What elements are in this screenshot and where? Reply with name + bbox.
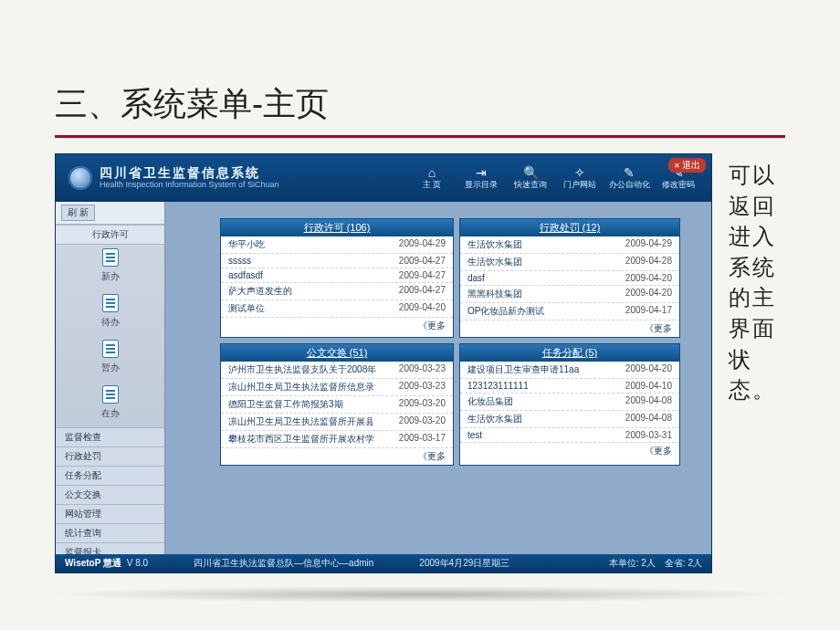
list-item[interactable]: dasf2009-04-20 bbox=[460, 271, 679, 286]
app-body: 刷 新 行政许可 新办 待办 暂办 在办 监督检查 行政处罚 任务分配 公文交换… bbox=[56, 202, 711, 554]
more-link[interactable]: 《更多 bbox=[460, 320, 679, 337]
title-underline bbox=[55, 135, 785, 138]
app-footer: WisetoP 慧通 V 8.0 四川省卫生执法监督总队—信息中心—admin … bbox=[56, 554, 711, 572]
search-icon: 🔍 bbox=[507, 166, 554, 179]
list-icon: ⇥ bbox=[457, 166, 505, 179]
tool-label: 快速查询 bbox=[514, 180, 547, 189]
panel-assign: 任务分配 (5) 建设项目卫生审查申请11aa2009-04-20 123123… bbox=[459, 343, 680, 466]
app-title-zh: 四川省卫生监督信息系统 bbox=[100, 166, 279, 180]
list-item[interactable]: 凉山州卫生局卫生执法监督所开展县2009-03-20 bbox=[221, 414, 453, 431]
sidebar-items: 新办 待办 暂办 在办 bbox=[56, 245, 164, 427]
list-item[interactable]: 德阳卫生监督工作简报第3期2009-03-20 bbox=[221, 396, 453, 414]
sidebar-item-label: 暂办 bbox=[56, 362, 164, 374]
app-logo-icon bbox=[68, 166, 92, 190]
slide-frame-shadow bbox=[46, 586, 794, 603]
sidebar-item-pending[interactable]: 待办 bbox=[56, 290, 164, 336]
sidebar-item-label: 待办 bbox=[56, 316, 164, 329]
tool-portal[interactable]: ✧门户网站 bbox=[556, 166, 604, 191]
panel-exchange: 公文交换 (51) 泸州市卫生执法监督支队关于2008年2009-03-23 凉… bbox=[220, 343, 454, 466]
document-icon bbox=[102, 248, 119, 267]
tool-oa[interactable]: ✎办公自动化 bbox=[605, 166, 653, 191]
tool-home[interactable]: ⌂主 页 bbox=[408, 166, 456, 191]
list-item[interactable]: 1231231111112009-04-10 bbox=[460, 379, 679, 394]
sidebar: 刷 新 行政许可 新办 待办 暂办 在办 监督检查 行政处罚 任务分配 公文交换… bbox=[56, 202, 165, 554]
sidebar-category-header[interactable]: 行政许可 bbox=[56, 225, 164, 245]
footer-counts: 本单位: 2人 全省: 2人 bbox=[609, 557, 702, 570]
slide-annotation: 可以 返回 进入 系统 的主 界面 状态。 bbox=[729, 160, 783, 405]
list-item[interactable]: 华平小吃2009-04-29 bbox=[221, 236, 453, 254]
footer-brand: WisetoP 慧通 V 8.0 bbox=[65, 557, 148, 570]
portal-icon: ✧ bbox=[556, 166, 604, 179]
list-item[interactable]: 生活饮水集团2009-04-29 bbox=[460, 236, 679, 254]
app-title-en: Health Inspection Information System of … bbox=[100, 181, 279, 190]
app-screenshot: 退出 四川省卫生监督信息系统 Health Inspection Informa… bbox=[55, 153, 712, 573]
tool-label: 主 页 bbox=[423, 180, 442, 189]
sidebar-menu-docs[interactable]: 公文交换 bbox=[56, 485, 164, 504]
document-icon bbox=[102, 294, 119, 312]
list-item[interactable]: 生活饮水集团2009-04-08 bbox=[460, 411, 679, 428]
list-item[interactable]: 泸州市卫生执法监督支队关于2008年2009-03-23 bbox=[221, 362, 453, 379]
panel-title[interactable]: 行政处罚 (12) bbox=[460, 219, 679, 236]
sidebar-item-inprogress[interactable]: 在办 bbox=[56, 382, 164, 427]
more-link[interactable]: 《更多 bbox=[221, 318, 453, 334]
dashboard-grid: 行政许可 (106) 华平小吃2009-04-29 sssss2009-04-2… bbox=[220, 218, 680, 466]
more-link[interactable]: 《更多 bbox=[460, 443, 679, 459]
sidebar-item-label: 新办 bbox=[56, 270, 164, 283]
toolbar: ⌂主 页 ⇥显示目录 🔍快速查询 ✧门户网站 ✎办公自动化 ✎修改密码 bbox=[408, 166, 711, 191]
list-item[interactable]: 化妆品集团2009-04-08 bbox=[460, 394, 679, 411]
sidebar-bottom-menu: 监督检查 行政处罚 任务分配 公文交换 网站管理 统计查询 监督报卡 常用工具 bbox=[56, 427, 164, 554]
footer-org: 四川省卫生执法监督总队—信息中心—admin bbox=[194, 557, 373, 570]
footer-datetime: 2009年4月29日星期三 bbox=[419, 557, 509, 570]
tool-show-dir[interactable]: ⇥显示目录 bbox=[457, 166, 505, 191]
sidebar-item-new[interactable]: 新办 bbox=[56, 245, 164, 290]
sidebar-menu-site[interactable]: 网站管理 bbox=[56, 504, 164, 523]
list-item[interactable]: OP化妆品新办测试2009-04-17 bbox=[460, 303, 679, 320]
list-item[interactable]: 测试单位2009-04-20 bbox=[221, 300, 453, 318]
list-item[interactable]: sssss2009-04-27 bbox=[221, 254, 453, 268]
sidebar-menu-assign[interactable]: 任务分配 bbox=[56, 466, 164, 485]
refresh-button[interactable]: 刷 新 bbox=[61, 205, 95, 221]
list-item[interactable]: 黑黑科技集团2009-04-20 bbox=[460, 286, 679, 303]
sidebar-menu-report[interactable]: 监督报卡 bbox=[56, 542, 164, 554]
list-item[interactable]: 攀枝花市西区卫生监督所开展农村学2009-03-17 bbox=[221, 431, 453, 448]
tool-label: 修改密码 bbox=[662, 180, 695, 189]
slide-title: 三、系统菜单-主页 bbox=[55, 82, 329, 127]
tool-label: 门户网站 bbox=[563, 180, 596, 189]
sidebar-item-label: 在办 bbox=[56, 407, 164, 420]
tool-label: 办公自动化 bbox=[609, 180, 650, 189]
sidebar-top: 刷 新 bbox=[56, 202, 164, 225]
sidebar-menu-penalty[interactable]: 行政处罚 bbox=[56, 446, 164, 466]
sidebar-menu-stats[interactable]: 统计查询 bbox=[56, 523, 164, 542]
oa-icon: ✎ bbox=[605, 166, 653, 179]
app-title-block: 四川省卫生监督信息系统 Health Inspection Informatio… bbox=[100, 166, 279, 189]
list-item[interactable]: 建设项目卫生审查申请11aa2009-04-20 bbox=[460, 362, 679, 379]
sidebar-menu-inspect[interactable]: 监督检查 bbox=[56, 427, 164, 446]
list-item[interactable]: 萨大声道发生的2009-04-27 bbox=[221, 283, 453, 300]
panel-title[interactable]: 公文交换 (51) bbox=[221, 344, 453, 362]
document-icon bbox=[102, 385, 119, 404]
tool-search[interactable]: 🔍快速查询 bbox=[507, 166, 554, 191]
tool-label: 显示目录 bbox=[465, 180, 498, 189]
document-icon bbox=[102, 340, 119, 358]
list-item[interactable]: test2009-03-31 bbox=[460, 428, 679, 443]
exit-button[interactable]: 退出 bbox=[668, 158, 706, 173]
panel-permit: 行政许可 (106) 华平小吃2009-04-29 sssss2009-04-2… bbox=[220, 218, 454, 338]
panel-title[interactable]: 行政许可 (106) bbox=[221, 219, 453, 236]
sidebar-item-paused[interactable]: 暂办 bbox=[56, 336, 164, 382]
panel-penalty: 行政处罚 (12) 生活饮水集团2009-04-29 生活饮水集团2009-04… bbox=[459, 218, 680, 338]
panel-title[interactable]: 任务分配 (5) bbox=[460, 344, 679, 362]
list-item[interactable]: asdfasdf2009-04-27 bbox=[221, 268, 453, 283]
home-icon: ⌂ bbox=[408, 166, 456, 179]
main-area: 行政许可 (106) 华平小吃2009-04-29 sssss2009-04-2… bbox=[165, 202, 711, 554]
list-item[interactable]: 生活饮水集团2009-04-28 bbox=[460, 254, 679, 271]
more-link[interactable]: 《更多 bbox=[221, 448, 453, 465]
app-header: 退出 四川省卫生监督信息系统 Health Inspection Informa… bbox=[56, 154, 711, 202]
list-item[interactable]: 凉山州卫生局卫生执法监督所信息录2009-03-23 bbox=[221, 379, 453, 396]
